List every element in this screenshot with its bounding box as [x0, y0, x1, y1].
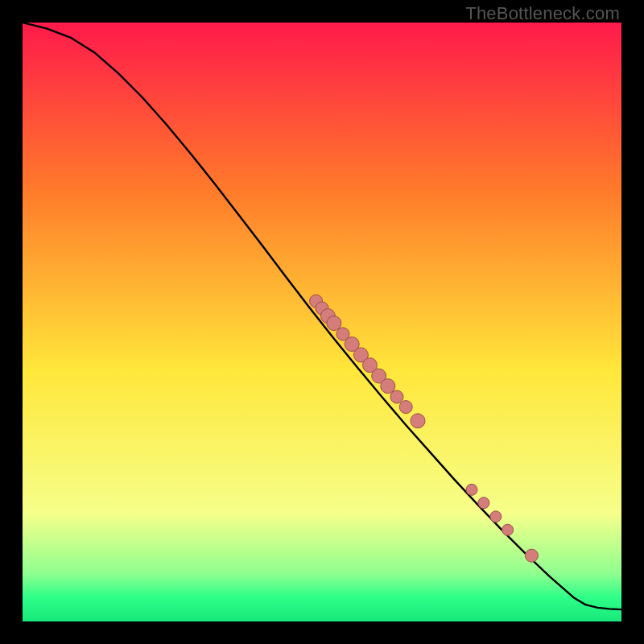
data-point [502, 524, 514, 535]
data-point [466, 484, 477, 495]
data-point [478, 497, 489, 509]
watermark-text: TheBottleneck.com [465, 3, 620, 24]
chart-stage: TheBottleneck.com [0, 0, 644, 644]
plot-svg [23, 23, 621, 621]
data-point [327, 316, 341, 331]
data-point [381, 379, 395, 394]
data-point [411, 414, 425, 428]
data-point [399, 401, 412, 414]
data-point [490, 511, 502, 522]
plot-area [23, 23, 621, 621]
data-point [390, 390, 403, 403]
data-point [525, 549, 538, 562]
